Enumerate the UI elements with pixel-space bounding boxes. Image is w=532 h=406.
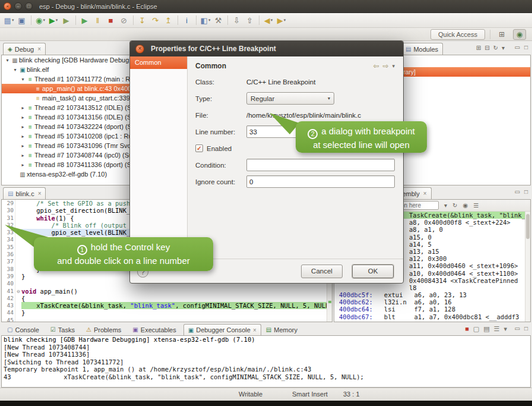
console-toolbar-icon[interactable]: ■ <box>465 325 469 333</box>
console-toolbar-icon[interactable]: ☰ <box>494 325 500 333</box>
dialog-titlebar[interactable]: × Properties for C/C++ Line Breakpoint <box>130 41 403 56</box>
line-number[interactable]: 37 <box>2 258 15 265</box>
toolbar-icon[interactable]: ▣ <box>16 14 28 26</box>
toolbar-icon[interactable]: ⚒ <box>213 14 224 26</box>
fold-icon[interactable] <box>15 207 21 214</box>
line-number[interactable]: 45 <box>2 317 15 322</box>
line-number[interactable]: 29 <box>2 200 15 207</box>
twisty-icon[interactable]: ▸ <box>20 153 26 158</box>
line-number[interactable]: 38 <box>2 266 15 273</box>
view-toolbar-icon[interactable]: ▾ <box>444 202 447 209</box>
line-number[interactable]: 43 <box>2 302 15 309</box>
fold-icon[interactable] <box>15 295 21 302</box>
console-tab[interactable]: ⚠ Problems <box>82 324 128 335</box>
line-number[interactable]: 40 <box>2 280 15 287</box>
close-icon[interactable]: × <box>38 190 42 197</box>
disassembly-line[interactable]: 400dbc64: lsi f7, a1, 128 <box>334 306 530 313</box>
disassembly-line[interactable]: 400dbc5f: extui a6, a0, 23, 13 <box>334 291 530 298</box>
console-tab[interactable]: ▤ Memory <box>262 324 304 335</box>
fold-icon[interactable] <box>15 302 21 309</box>
line-number[interactable]: 44 <box>2 309 15 316</box>
console-tab[interactable]: ▣ Executables <box>128 324 182 335</box>
console-tab[interactable]: ▣ Debugger Console × <box>183 324 261 335</box>
scrollbar[interactable] <box>525 212 530 322</box>
view-toolbar-icon[interactable]: ☰ <box>473 202 479 209</box>
toolbar-icon[interactable]: i <box>181 14 193 26</box>
type-dropdown[interactable]: Regular ▾ <box>246 92 334 105</box>
line-number[interactable]: 42 <box>2 295 15 302</box>
module-row-selected[interactable]: rary] <box>400 67 530 77</box>
maximize-icon[interactable]: □ <box>524 188 528 195</box>
minimize-icon[interactable]: ▭ <box>515 325 520 332</box>
console-tab[interactable]: ▢ Console <box>3 324 46 335</box>
fold-icon[interactable] <box>15 317 21 322</box>
toolbar-icon[interactable]: ■ <box>105 14 117 26</box>
toolbar-icon[interactable]: ‖ <box>92 14 104 26</box>
toolbar-icon[interactable]: ◧ ▾ <box>200 14 211 26</box>
disassembly-line[interactable]: 400dbc67: blt a1, a7, 0x400dbc81 <__addd… <box>334 313 530 320</box>
ok-button[interactable]: OK <box>352 265 394 278</box>
enabled-checkbox[interactable]: ✓ <box>195 144 203 152</box>
twisty-icon[interactable]: ▸ <box>20 105 26 111</box>
scrollbar-thumb[interactable] <box>526 214 530 239</box>
line-number[interactable]: 41 <box>2 288 15 295</box>
line-number[interactable]: 31 <box>2 215 15 222</box>
perspective-button[interactable]: ⊞ <box>495 29 508 40</box>
console-output[interactable]: blink checking [GDB Hardware Debugging] … <box>1 335 531 388</box>
disassembly-line[interactable]: 400dbc62: l32i.n a6, a0, 16 <box>334 298 530 306</box>
tab-blink-c[interactable]: ▤ blink.c × <box>3 187 46 199</box>
close-icon[interactable]: × <box>37 46 41 52</box>
fold-icon[interactable] <box>15 215 21 222</box>
line-number[interactable]: 30 <box>2 207 15 214</box>
view-toolbar-icon[interactable]: ↻ <box>493 45 498 51</box>
close-icon[interactable]: × <box>253 327 256 333</box>
back-icon[interactable]: ⇦ <box>373 62 379 70</box>
minimize-icon[interactable]: ▭ <box>515 44 520 51</box>
dialog-close-button[interactable]: × <box>135 45 144 53</box>
fold-icon[interactable] <box>15 266 21 273</box>
fold-icon[interactable] <box>15 200 21 207</box>
perspective-button[interactable]: ◉ <box>513 29 526 40</box>
line-number[interactable]: 39 <box>2 273 15 280</box>
twisty-icon[interactable]: ▸ <box>20 143 26 149</box>
close-icon[interactable]: × <box>423 190 427 197</box>
toolbar-icon[interactable]: ▩ ▾ <box>3 14 15 26</box>
fold-icon[interactable] <box>15 309 21 316</box>
quick-access-button[interactable]: Quick Access <box>430 29 485 40</box>
code-line[interactable]: 41 ⊖ void app_main() <box>2 288 332 295</box>
tab-debug[interactable]: ◈ Debug × <box>3 43 46 55</box>
cancel-button[interactable]: Cancel <box>301 265 343 278</box>
code-line[interactable]: 44 } <box>2 309 332 316</box>
twisty-icon[interactable]: ▾ <box>20 77 26 82</box>
code-line[interactable]: 45 <box>2 317 332 322</box>
console-toolbar-icon[interactable]: ▤ <box>483 325 489 333</box>
toolbar-icon[interactable]: ⊘ <box>118 14 130 26</box>
ignore-count-input[interactable] <box>246 175 395 188</box>
maximize-icon[interactable]: □ <box>524 44 528 51</box>
toolbar-icon[interactable]: ◀ ▾ <box>262 14 274 26</box>
fold-icon[interactable] <box>15 258 21 265</box>
toolbar-icon[interactable]: ↷ <box>150 14 162 26</box>
toolbar-icon[interactable]: ◉ ▾ <box>34 14 46 26</box>
forward-icon[interactable]: ⇨ <box>382 62 388 70</box>
window-close-button[interactable]: × <box>4 2 11 10</box>
view-toolbar-icon[interactable]: ▾ <box>502 45 505 51</box>
fold-icon[interactable]: ⊖ <box>15 288 21 295</box>
twisty-icon[interactable]: ▸ <box>20 124 26 130</box>
fold-icon[interactable] <box>15 273 21 280</box>
ruler-marker-green[interactable] <box>328 301 331 303</box>
code-line[interactable]: 43 xTaskCreate(&blink_task, "blink_task"… <box>2 302 332 309</box>
twisty-icon[interactable]: ▸ <box>20 162 26 168</box>
view-toolbar-icon[interactable]: ⊞ <box>476 45 481 51</box>
minimize-icon[interactable]: ▭ <box>515 188 520 195</box>
view-menu-icon[interactable]: ▾ <box>392 63 395 69</box>
toolbar-icon[interactable]: ▶ <box>61 14 72 26</box>
dialog-sidebar-item-common[interactable]: Common <box>130 56 187 69</box>
toolbar-icon[interactable]: ↥ <box>163 14 175 26</box>
window-maximize-button[interactable]: □ <box>25 2 33 10</box>
condition-input[interactable] <box>246 159 395 171</box>
twisty-icon[interactable]: ▾ <box>4 58 11 63</box>
twisty-icon[interactable]: ▸ <box>20 134 26 139</box>
disassembly-line[interactable]: bnone <box>334 320 530 322</box>
toolbar-icon[interactable]: ▶ <box>79 14 91 26</box>
